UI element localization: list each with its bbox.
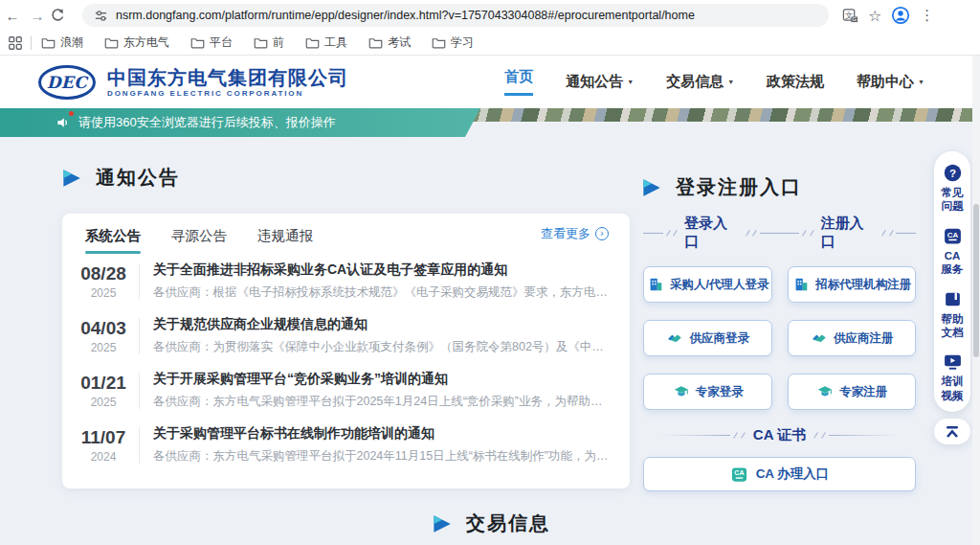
nav-trade-info[interactable]: 交易信息▼ (666, 73, 734, 91)
expert-register-button[interactable]: 专家注册 (788, 374, 916, 410)
scrollbar-track[interactable] (972, 56, 980, 545)
tab-system-notices[interactable]: 系统公告 (83, 215, 143, 254)
question-icon: ? (943, 163, 963, 183)
browser-menu-icon[interactable]: ⋮ (920, 7, 934, 24)
notice-list-item[interactable]: 04/03 2025 关于规范供应商企业规模信息的通知 各供应商：为贯彻落实《保… (62, 308, 630, 363)
browser-toolbar: ← → nsrm.dongfang.com/platform/runtime/e… (0, 0, 980, 31)
tab-violation-reports[interactable]: 违规通报 (256, 215, 315, 254)
scholar-cap-icon (816, 383, 834, 400)
folder-icon (254, 36, 268, 49)
notice-summary: 各供应商：根据《电子招标投标系统技术规范》《电子采购交易规范》要求，东方电气采购… (153, 284, 611, 301)
forward-icon[interactable]: → (25, 8, 50, 24)
trade-info-section-title: 交易信息 (430, 511, 550, 536)
back-icon[interactable]: ← (0, 8, 25, 24)
bookmark-folder[interactable]: 东方电气 (104, 34, 169, 51)
section-arrow-icon (430, 512, 453, 535)
profile-avatar-icon[interactable] (891, 6, 910, 25)
building-icon (792, 276, 810, 293)
scholar-cap-icon (673, 383, 690, 400)
bookmark-folder[interactable]: 前 (254, 34, 284, 51)
bidding-agency-register-button[interactable]: 招标代理机构注册 (788, 266, 916, 303)
svg-text:CA: CA (734, 469, 744, 477)
bookmark-folder[interactable]: 浪潮 (41, 34, 83, 51)
company-logo[interactable]: DEC 中国东方电气集团有限公司 DONGFANG ELECTRIC CORPO… (38, 65, 348, 100)
notices-card: 系统公告 寻源公告 违规通报 查看更多 › 08/28 2025 关于全面推进非… (62, 214, 630, 488)
caret-down-icon: ▼ (727, 79, 734, 85)
notice-title: 关于采购管理平台标书在线制作功能培训的通知 (153, 425, 611, 443)
caret-down-icon: ▼ (918, 79, 924, 85)
dec-logo-mark: DEC (38, 65, 96, 100)
bookmark-folder[interactable]: 平台 (190, 34, 233, 51)
expert-login-button[interactable]: 专家登录 (643, 374, 772, 410)
notice-date: 01/21 2025 (76, 373, 131, 409)
notice-list-item[interactable]: 01/21 2025 关于开展采购管理平台“竞价采购业务”培训的通知 各供应商：… (62, 363, 630, 418)
ca-certificate-header: CA 证书 (643, 426, 916, 444)
browser-notice-banner: 请使用360安全浏览器进行后续投标、报价操作 (0, 108, 480, 137)
site-settings-icon[interactable] (94, 9, 108, 23)
bookmark-folder[interactable]: 工具 (305, 34, 347, 51)
folder-icon (368, 36, 383, 49)
divider (139, 263, 140, 300)
login-entry-header: 登录入口 (643, 215, 780, 251)
handshake-icon (666, 329, 683, 347)
video-icon (943, 352, 963, 372)
scrollbar-thumb[interactable] (973, 204, 979, 357)
ca-service-shortcut[interactable]: CA CA服务 (942, 226, 964, 277)
notice-list-item[interactable]: 08/28 2025 关于全面推进非招标采购业务CA认证及电子签章应用的通知 各… (62, 254, 630, 308)
notice-title: 关于全面推进非招标采购业务CA认证及电子签章应用的通知 (153, 261, 611, 279)
ca-apply-button[interactable]: CA CA 办理入口 (643, 457, 916, 491)
caret-down-icon: ▼ (627, 79, 634, 85)
notice-summary: 各供应商：东方电气采购管理平台拟于2024年11月15日上线“标书在线制作”功能… (153, 448, 611, 465)
folder-icon (190, 36, 205, 49)
divider (139, 373, 140, 409)
notice-list-item[interactable]: 11/07 2024 关于采购管理平台标书在线制作功能培训的通知 各供应商：东方… (62, 418, 630, 472)
tab-sourcing-notices[interactable]: 寻源公告 (169, 215, 229, 254)
folder-icon (41, 36, 56, 49)
speaker-icon (56, 115, 71, 130)
company-name-en: DONGFANG ELECTRIC CORPORATION (107, 89, 348, 98)
trade-info-section: 交易信息 (0, 511, 980, 536)
hero-photo-strip (465, 108, 980, 122)
notice-summary: 各供应商：为贯彻落实《保障中小企业款项支付条例》（国务院令第802号）及《中小企… (153, 339, 611, 355)
bookmark-folder[interactable]: 考试 (368, 34, 411, 51)
section-arrow-icon (59, 167, 82, 190)
url-bar[interactable]: nsrm.dongfang.com/platform/runtime/epp/d… (82, 4, 829, 27)
document-icon (943, 289, 963, 309)
register-entry-header: 注册入口 (780, 215, 917, 251)
handshake-icon (811, 329, 828, 347)
notice-date: 04/03 2025 (76, 318, 131, 354)
reload-icon[interactable] (50, 8, 75, 23)
nav-help-center[interactable]: 帮助中心▼ (857, 73, 924, 91)
url-text[interactable]: nsrm.dongfang.com/platform/runtime/epp/d… (116, 9, 695, 22)
notices-section-title: 通知公告 (59, 165, 180, 191)
chevron-right-circle-icon: › (595, 227, 609, 240)
see-more-link[interactable]: 查看更多 › (541, 225, 609, 242)
help-docs-shortcut[interactable]: 帮助文档 (942, 289, 964, 340)
back-to-top-icon (943, 423, 962, 441)
faq-shortcut[interactable]: ? 常见问题 (942, 163, 964, 214)
supplier-login-button[interactable]: 供应商登录 (643, 320, 772, 356)
back-to-top-button[interactable] (934, 419, 970, 444)
bookmark-star-icon[interactable]: ☆ (868, 7, 881, 25)
nav-home[interactable]: 首页 (504, 68, 533, 96)
apps-grid-icon[interactable] (8, 35, 23, 51)
ca-badge-icon: CA (730, 466, 748, 484)
folder-icon (104, 36, 119, 49)
purchaser-agent-login-button[interactable]: 采购人/代理人登录 (643, 266, 772, 303)
nav-policies[interactable]: 政策法规 (767, 73, 824, 91)
alert-dot (69, 111, 74, 116)
nav-notices[interactable]: 通知公告▼ (566, 73, 634, 91)
supplier-register-button[interactable]: 供应商注册 (788, 320, 916, 356)
notices-tabs: 系统公告 寻源公告 违规通报 查看更多 › (62, 214, 630, 254)
divider (139, 318, 140, 354)
quick-access-widget: ? 常见问题 CA CA服务 帮助文档 培训视频 (934, 151, 970, 412)
translate-icon[interactable]: 文G (842, 8, 858, 24)
divider (139, 427, 140, 464)
folder-icon (432, 36, 446, 49)
notice-date: 08/28 2025 (76, 263, 131, 300)
notice-date: 11/07 2024 (76, 427, 131, 464)
training-videos-shortcut[interactable]: 培训视频 (942, 352, 964, 402)
bookmark-folder[interactable]: 学习 (432, 34, 474, 51)
login-section-title: 登录注册入口 (639, 174, 802, 200)
notice-title: 关于开展采购管理平台“竞价采购业务”培训的通知 (153, 371, 611, 388)
